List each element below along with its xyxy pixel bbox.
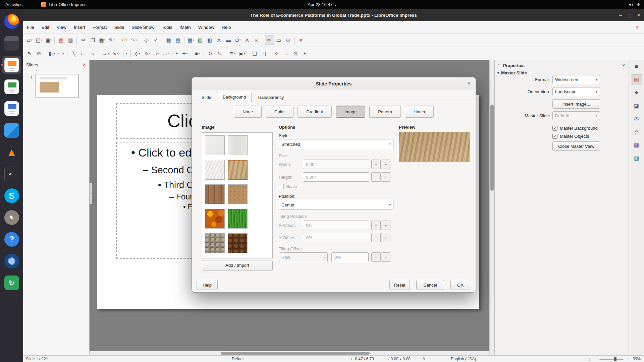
tab-background[interactable]: Background <box>217 92 252 102</box>
format-dropdown[interactable]: Widescreen ▾ <box>552 75 600 84</box>
callout-shapes-icon[interactable]: ❍ ▾ <box>171 49 180 58</box>
master-background-checkbox[interactable]: ✓ Master Background <box>552 124 598 132</box>
sidebar-settings-icon[interactable]: ≡ <box>631 62 642 71</box>
toolbar-separator[interactable] <box>117 36 120 45</box>
insert-line-icon[interactable]: ╲ <box>69 49 78 58</box>
stars-banners-icon[interactable]: ✦ ▾ <box>180 49 190 58</box>
orientation-dropdown[interactable]: Landscape ▾ <box>552 87 600 96</box>
toolbar-separator[interactable] <box>53 36 56 45</box>
menu-item[interactable]: View <box>53 21 70 34</box>
new-presentation-icon[interactable]: ▱ ▾ <box>25 36 34 45</box>
texture-plaster[interactable] <box>228 135 248 155</box>
clone-formatting-icon[interactable]: ✎ ▾ <box>107 36 116 45</box>
line-color-icon[interactable]: ✏ ▾ <box>57 49 66 58</box>
cursor-position-status[interactable]: ✛ 0.47 / 6.79 <box>350 356 374 362</box>
toolbar-separator[interactable] <box>225 49 228 58</box>
fill-gradient-button[interactable]: Gradient <box>298 106 332 118</box>
copy-icon[interactable]: ❏ <box>88 36 97 45</box>
paste-icon[interactable]: ▦ ▾ <box>98 36 107 45</box>
slide-count-status[interactable]: Slide 1 of 21 <box>26 356 48 362</box>
basic-shapes-icon[interactable]: ◇ ▾ <box>133 49 142 58</box>
toolbar-separator[interactable] <box>98 49 101 58</box>
toolbar-separator[interactable] <box>44 49 47 58</box>
texture-cardboard[interactable] <box>228 160 248 180</box>
properties-deck-icon[interactable]: ▤ <box>631 74 642 84</box>
texture-coffee-beans[interactable] <box>228 233 248 253</box>
snap-guides-icon[interactable]: ▤ <box>174 36 183 45</box>
master-name-status[interactable]: Default <box>232 356 245 362</box>
crop-icon[interactable]: ◳ <box>260 49 269 58</box>
zoom-level[interactable]: 89% <box>633 357 641 361</box>
menu-item[interactable]: iMath <box>176 21 195 34</box>
toolbar-separator[interactable] <box>129 49 132 58</box>
language-status[interactable]: English (USA) <box>451 356 476 362</box>
slides-panel-close-icon[interactable]: ✕ <box>83 62 86 67</box>
glue-points-icon[interactable]: ⊙ <box>291 49 300 58</box>
insert-table-icon[interactable]: ▦ ▾ <box>186 36 196 45</box>
tab-transparency[interactable]: Transparency <box>252 92 289 102</box>
vertical-scrollbar[interactable] <box>489 60 494 355</box>
maximize-button[interactable]: ▢ <box>628 13 632 18</box>
insert-image-icon[interactable]: ▨ <box>196 36 205 45</box>
help-icon[interactable]: ? <box>2 230 21 249</box>
menu-item[interactable]: Format <box>89 21 111 34</box>
connectors-icon[interactable]: ┐ ▾ <box>120 49 129 58</box>
menu-item[interactable]: Help <box>218 21 235 34</box>
texture-autumn-leaves[interactable] <box>205 209 225 229</box>
checkbox[interactable]: ✓ <box>552 126 557 131</box>
gallery-deck-icon[interactable]: ◪ <box>631 101 642 111</box>
menu-item[interactable]: Slide <box>111 21 128 34</box>
calc-icon[interactable] <box>2 77 21 96</box>
toolbar-separator[interactable] <box>183 36 186 45</box>
zoom-slider[interactable] <box>599 359 624 360</box>
horizontal-scrollbar-thumb[interactable] <box>221 352 370 355</box>
cut-icon[interactable]: ✂ <box>79 36 88 45</box>
toolbar-separator[interactable] <box>190 49 193 58</box>
undo-icon[interactable]: ↶ ▾ <box>120 36 129 45</box>
navigator-deck-icon[interactable]: ◎ <box>631 114 642 124</box>
hyperlink-icon[interactable]: ∞ <box>252 36 261 45</box>
toolbar-separator[interactable] <box>66 49 69 58</box>
lines-and-arrows-icon[interactable]: → ▾ <box>101 49 110 58</box>
document-modified-icon[interactable]: ✎ <box>422 356 426 362</box>
fill-color-icon[interactable]: ◧ ▾ <box>47 49 56 58</box>
horizontal-scrollbar[interactable] <box>90 351 489 355</box>
zoom-icon[interactable]: ⊕ <box>35 49 44 58</box>
menu-item[interactable]: File <box>23 21 38 34</box>
animation-icon[interactable]: ✶ <box>301 49 310 58</box>
header-footer-icon[interactable]: ▬ <box>224 36 233 45</box>
special-character-icon[interactable]: Ω ▾ <box>233 36 243 45</box>
fill-hatch-button[interactable]: Hatch <box>405 106 434 118</box>
insert-image-button[interactable]: Insert Image... <box>552 99 600 109</box>
fill-image-button[interactable]: Image <box>336 106 365 118</box>
spelling-icon[interactable]: ✓ <box>152 36 161 45</box>
export-pdf-icon[interactable]: ▤ <box>57 36 66 45</box>
slide-thumbnail[interactable] <box>36 74 78 98</box>
shadow-icon[interactable]: ❏ <box>250 49 259 58</box>
edit-points-icon[interactable]: ∴ <box>282 49 291 58</box>
fill-none-button[interactable]: None <box>234 106 262 118</box>
line-color-icon[interactable]: ✏ <box>265 36 274 45</box>
toolbar-separator[interactable] <box>161 36 164 45</box>
properties-panel-close-icon[interactable]: ✕ <box>622 63 625 68</box>
texture-wood-planks[interactable] <box>205 184 225 204</box>
fill-pattern-button[interactable]: Pattern <box>369 106 401 118</box>
texture-cork[interactable] <box>228 184 248 204</box>
master-slide-section-header[interactable]: ▾ Master Slide <box>497 70 527 75</box>
texture-paper-white[interactable] <box>205 135 225 155</box>
symbol-shapes-icon[interactable]: ☺ ▾ <box>142 49 152 58</box>
vscode-icon[interactable] <box>2 121 21 140</box>
fontwork-icon[interactable]: A <box>243 36 252 45</box>
impress-icon[interactable] <box>2 56 21 74</box>
texture-grass[interactable] <box>228 209 248 229</box>
menu-item[interactable]: Edit <box>38 21 53 34</box>
close-button[interactable]: ✕ <box>637 13 641 18</box>
toolbar-separator[interactable] <box>247 49 250 58</box>
texture-pebbles[interactable] <box>205 233 225 253</box>
toolbar-separator[interactable] <box>203 49 206 58</box>
select-icon[interactable]: ↖ <box>25 49 34 58</box>
close-master-view-icon[interactable]: ✕ <box>297 36 306 45</box>
writer-icon[interactable] <box>2 99 21 118</box>
reset-button[interactable]: Reset <box>389 280 410 290</box>
menu-item[interactable]: Window <box>195 21 218 34</box>
